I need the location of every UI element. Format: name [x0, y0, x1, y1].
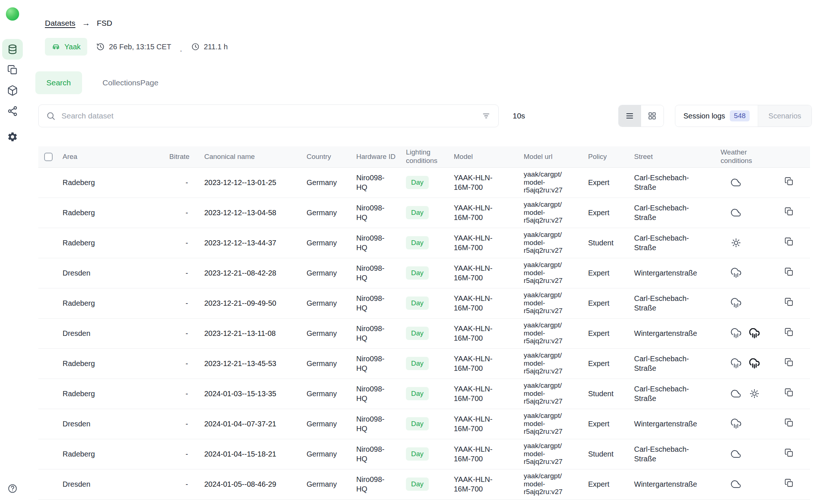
copy-row-icon[interactable]	[784, 358, 794, 367]
cell-street: Carl-Eschebach-Straße	[634, 384, 696, 403]
cell-country: Germany	[307, 269, 337, 277]
lighting-badge: Day	[406, 417, 429, 431]
column-header-actions	[768, 146, 810, 167]
cell-model-url: yaak/​cargpt/​model-​r5ajq2ru:v27	[524, 442, 571, 465]
copy-icon	[7, 64, 18, 75]
cell-policy: Expert	[588, 178, 609, 187]
grid-view-button[interactable]	[641, 105, 664, 127]
cell-weather	[731, 479, 764, 489]
copy-row-icon[interactable]	[784, 177, 794, 186]
cell-street: Carl-Eschebach-Straße	[634, 173, 696, 192]
table-row[interactable]: Dresden - 2024-01-04--07-37-21 Germany N…	[38, 409, 810, 439]
cell-weather	[731, 238, 764, 248]
copy-row-icon[interactable]	[784, 327, 794, 337]
row-select-cell	[38, 348, 57, 379]
vehicle-badge-label: Yaak	[64, 43, 81, 51]
copy-row-icon[interactable]	[784, 448, 794, 458]
row-select-cell	[38, 439, 57, 469]
page-tabs: Search CollectionsPage	[35, 71, 812, 94]
lighting-badge: Day	[406, 297, 429, 310]
filter-icon[interactable]	[481, 111, 491, 121]
sidebar-item-settings[interactable]	[2, 127, 23, 147]
column-header-bitrate: Bitrate	[163, 146, 198, 167]
cell-canonical-name: 2024-01-05--08-46-29	[204, 480, 276, 488]
cell-canonical-name: 2024-01-04--07-37-21	[204, 420, 276, 428]
cell-hardware-id: Niro098-HQ	[356, 444, 390, 464]
cell-country: Germany	[307, 239, 337, 247]
copy-row-icon[interactable]	[784, 297, 794, 307]
lighting-badge: Day	[406, 357, 429, 370]
column-header-model-url: Model url	[518, 146, 582, 167]
search-input[interactable]	[61, 111, 476, 121]
sidebar-item-workflows[interactable]	[2, 101, 23, 121]
copy-row-icon[interactable]	[784, 418, 794, 427]
tab-collections-page[interactable]: CollectionsPage	[92, 71, 170, 94]
sidebar-item-collections[interactable]	[2, 60, 23, 80]
table-row[interactable]: Dresden - 2024-01-05--08-46-29 Germany N…	[38, 469, 810, 499]
copy-row-icon[interactable]	[784, 388, 794, 397]
cell-policy: Expert	[588, 480, 609, 488]
search-box	[38, 104, 499, 127]
help-button[interactable]	[2, 478, 23, 499]
main-content: Datasets → FSD Yaak 26 Feb, 13:15 CET . …	[25, 0, 817, 504]
cell-model-url: yaak/​cargpt/​model-​r5ajq2ru:v27	[524, 291, 571, 315]
workflow-icon	[7, 106, 18, 117]
dataset-duration: 211.1 h	[191, 42, 228, 51]
tab-search[interactable]: Search	[35, 71, 82, 94]
cell-weather	[731, 449, 764, 459]
cell-model-url: yaak/​cargpt/​model-​r5ajq2ru:v27	[524, 412, 571, 435]
cell-canonical-name: 2023-12-21--08-42-28	[204, 269, 276, 277]
cell-weather	[731, 268, 764, 278]
table-row[interactable]: Radeberg - 2023-12-12--13-04-58 Germany …	[38, 198, 810, 228]
vehicle-badge[interactable]: Yaak	[45, 38, 87, 56]
cell-model-url: yaak/​cargpt/​model-​r5ajq2ru:v27	[524, 170, 571, 194]
table-row[interactable]: Dresden - 2023-12-21--13-11-08 Germany N…	[38, 318, 810, 348]
row-select-cell	[38, 379, 57, 409]
table-row[interactable]: Radeberg - 2023-12-21--13-45-53 Germany …	[38, 348, 810, 379]
cell-bitrate: -	[185, 450, 188, 458]
cell-canonical-name: 2023-12-21--13-45-53	[204, 359, 276, 368]
sidebar	[0, 0, 25, 504]
breadcrumb: Datasets → FSD	[45, 18, 812, 28]
table-row[interactable]: Radeberg - 2023-12-12--13-44-37 Germany …	[38, 228, 810, 258]
cloud-icon	[731, 449, 741, 459]
row-select-cell	[38, 469, 57, 499]
list-view-button[interactable]	[619, 105, 641, 127]
table-row[interactable]: Radeberg - 2023-12-12--13-01-25 Germany …	[38, 167, 810, 198]
rain-heavy-icon	[749, 328, 760, 338]
cell-area: Dresden	[63, 269, 91, 277]
table-row[interactable]: Dresden - 2023-12-21--08-42-28 Germany N…	[38, 258, 810, 288]
cell-hardware-id: Niro098-HQ	[356, 384, 390, 403]
sidebar-item-datasets[interactable]	[2, 39, 23, 60]
cell-area: Radeberg	[63, 178, 95, 187]
table-row[interactable]: Radeberg - 2024-01-04--15-18-21 Germany …	[38, 439, 810, 469]
row-select-cell	[38, 318, 57, 348]
table-row[interactable]: Radeberg - 2023-12-21--09-49-50 Germany …	[38, 288, 810, 318]
copy-row-icon[interactable]	[784, 237, 794, 246]
session-logs-label: Session logs	[683, 112, 725, 120]
copy-row-icon[interactable]	[784, 478, 794, 488]
lighting-badge: Day	[406, 176, 429, 189]
database-icon	[7, 44, 18, 55]
sidebar-item-packages[interactable]	[2, 80, 23, 101]
cell-bitrate: -	[185, 209, 188, 217]
cell-street: Carl-Eschebach-Straße	[634, 203, 696, 222]
session-logs-button[interactable]: Session logs 548	[675, 105, 758, 127]
cell-model-url: yaak/​cargpt/​model-​r5ajq2ru:v27	[524, 351, 571, 375]
cell-country: Germany	[307, 450, 337, 458]
cell-hardware-id: Niro098-HQ	[356, 203, 390, 222]
cell-weather	[731, 298, 764, 308]
dataset-datetime-label: 26 Feb, 13:15 CET	[109, 43, 171, 51]
cloud-icon	[731, 388, 741, 399]
app-logo	[6, 7, 19, 21]
breadcrumb-datasets-link[interactable]: Datasets	[45, 19, 75, 28]
refresh-interval[interactable]: 10s	[513, 111, 525, 120]
select-all-checkbox[interactable]	[44, 153, 53, 161]
copy-row-icon[interactable]	[784, 267, 794, 277]
scenarios-button[interactable]: Scenarios	[758, 105, 811, 127]
table-row[interactable]: Radeberg - 2024-01-03--15-13-35 Germany …	[38, 379, 810, 409]
copy-row-icon[interactable]	[784, 207, 794, 216]
column-header-hardware-id: Hardware ID	[350, 146, 400, 167]
cell-street: Carl-Eschebach-Straße	[634, 294, 696, 313]
cell-policy: Expert	[588, 209, 609, 217]
